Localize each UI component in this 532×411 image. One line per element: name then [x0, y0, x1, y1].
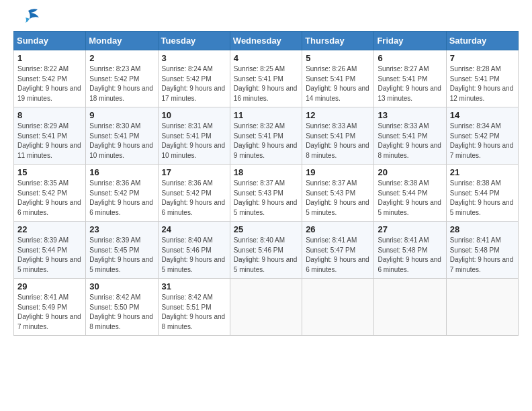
sunset-label: Sunset: 5:43 PM: [306, 189, 355, 197]
sunrise-label: Sunrise: 8:32 AM: [234, 122, 285, 130]
calendar-header-row: Sunday Monday Tuesday Wednesday Thursday…: [14, 32, 519, 50]
sunrise-label: Sunrise: 8:33 AM: [378, 122, 429, 130]
sunrise-label: Sunrise: 8:37 AM: [234, 179, 285, 187]
sunrise-label: Sunrise: 8:22 AM: [17, 65, 69, 73]
day-number: 9: [89, 110, 154, 120]
day-info: Sunrise: 8:41 AM Sunset: 5:48 PM Dayligh…: [378, 236, 442, 275]
sunset-label: Sunset: 5:42 PM: [17, 75, 67, 83]
sunrise-label: Sunrise: 8:30 AM: [89, 122, 140, 130]
day-number: 23: [89, 224, 154, 234]
day-number: 6: [378, 53, 442, 63]
sunrise-label: Sunrise: 8:41 AM: [450, 236, 501, 244]
calendar-day-cell: 27 Sunrise: 8:41 AM Sunset: 5:48 PM Dayl…: [374, 222, 446, 279]
daylight-label: Daylight: 9 hours and 6 minutes.: [306, 256, 369, 273]
sunset-label: Sunset: 5:42 PM: [450, 132, 500, 140]
sunset-label: Sunset: 5:49 PM: [17, 304, 67, 311]
daylight-label: Daylight: 9 hours and 10 minutes.: [162, 142, 226, 159]
day-info: Sunrise: 8:40 AM Sunset: 5:46 PM Dayligh…: [234, 236, 298, 275]
calendar-day-cell: 4 Sunrise: 8:25 AM Sunset: 5:41 PM Dayli…: [230, 50, 302, 107]
sunrise-label: Sunrise: 8:40 AM: [162, 236, 213, 244]
col-monday: Monday: [86, 32, 158, 50]
daylight-label: Daylight: 9 hours and 6 minutes.: [17, 199, 81, 216]
sunrise-label: Sunrise: 8:41 AM: [17, 293, 69, 301]
day-info: Sunrise: 8:37 AM Sunset: 5:43 PM Dayligh…: [306, 179, 370, 218]
day-number: 18: [234, 167, 298, 177]
sunset-label: Sunset: 5:51 PM: [162, 304, 212, 311]
day-info: Sunrise: 8:36 AM Sunset: 5:42 PM Dayligh…: [162, 179, 226, 218]
sunrise-label: Sunrise: 8:42 AM: [162, 293, 213, 301]
day-info: Sunrise: 8:26 AM Sunset: 5:41 PM Dayligh…: [306, 64, 370, 103]
calendar-day-cell: 11 Sunrise: 8:32 AM Sunset: 5:41 PM Dayl…: [230, 107, 302, 165]
col-thursday: Thursday: [302, 32, 374, 50]
sunset-label: Sunset: 5:42 PM: [162, 75, 212, 83]
sunrise-label: Sunrise: 8:26 AM: [306, 65, 357, 73]
col-friday: Friday: [374, 32, 446, 50]
day-info: Sunrise: 8:33 AM Sunset: 5:41 PM Dayligh…: [378, 122, 442, 161]
sunset-label: Sunset: 5:42 PM: [89, 75, 139, 83]
sunset-label: Sunset: 5:44 PM: [378, 189, 427, 197]
daylight-label: Daylight: 9 hours and 16 minutes.: [234, 85, 298, 102]
sunrise-label: Sunrise: 8:36 AM: [162, 179, 213, 187]
calendar-table: Sunday Monday Tuesday Wednesday Thursday…: [13, 31, 519, 336]
sunset-label: Sunset: 5:41 PM: [17, 132, 67, 140]
daylight-label: Daylight: 9 hours and 10 minutes.: [89, 142, 153, 159]
sunset-label: Sunset: 5:48 PM: [378, 246, 427, 254]
day-number: 21: [450, 167, 515, 177]
calendar-empty-cell: [446, 279, 518, 336]
day-info: Sunrise: 8:41 AM Sunset: 5:48 PM Dayligh…: [450, 236, 515, 275]
calendar-day-cell: 26 Sunrise: 8:41 AM Sunset: 5:47 PM Dayl…: [302, 222, 374, 279]
sunrise-label: Sunrise: 8:41 AM: [378, 236, 429, 244]
day-number: 19: [306, 167, 370, 177]
calendar-day-cell: 31 Sunrise: 8:42 AM Sunset: 5:51 PM Dayl…: [158, 279, 230, 336]
calendar-day-cell: 14 Sunrise: 8:34 AM Sunset: 5:42 PM Dayl…: [446, 107, 518, 165]
day-number: 16: [89, 167, 154, 177]
calendar-day-cell: 29 Sunrise: 8:41 AM Sunset: 5:49 PM Dayl…: [14, 279, 86, 336]
day-number: 1: [17, 53, 82, 63]
day-number: 13: [378, 110, 442, 120]
day-number: 20: [378, 167, 442, 177]
day-number: 11: [234, 110, 298, 120]
calendar-day-cell: 12 Sunrise: 8:33 AM Sunset: 5:41 PM Dayl…: [302, 107, 374, 165]
daylight-label: Daylight: 9 hours and 13 minutes.: [378, 85, 441, 102]
sunset-label: Sunset: 5:41 PM: [89, 132, 139, 140]
calendar-day-cell: 25 Sunrise: 8:40 AM Sunset: 5:46 PM Dayl…: [230, 222, 302, 279]
day-number: 30: [89, 281, 154, 291]
sunset-label: Sunset: 5:43 PM: [234, 189, 283, 197]
day-info: Sunrise: 8:30 AM Sunset: 5:41 PM Dayligh…: [89, 122, 154, 161]
day-info: Sunrise: 8:41 AM Sunset: 5:49 PM Dayligh…: [17, 293, 82, 332]
day-info: Sunrise: 8:36 AM Sunset: 5:42 PM Dayligh…: [89, 179, 154, 218]
sunrise-label: Sunrise: 8:28 AM: [450, 65, 501, 73]
day-info: Sunrise: 8:35 AM Sunset: 5:42 PM Dayligh…: [17, 179, 82, 218]
day-number: 15: [17, 167, 82, 177]
sunset-label: Sunset: 5:47 PM: [306, 246, 355, 254]
sunset-label: Sunset: 5:44 PM: [450, 189, 500, 197]
calendar-day-cell: 13 Sunrise: 8:33 AM Sunset: 5:41 PM Dayl…: [374, 107, 446, 165]
daylight-label: Daylight: 9 hours and 9 minutes.: [234, 142, 298, 159]
day-info: Sunrise: 8:33 AM Sunset: 5:41 PM Dayligh…: [306, 122, 370, 161]
sunrise-label: Sunrise: 8:27 AM: [378, 65, 429, 73]
day-info: Sunrise: 8:23 AM Sunset: 5:42 PM Dayligh…: [89, 64, 154, 103]
calendar-day-cell: 30 Sunrise: 8:42 AM Sunset: 5:50 PM Dayl…: [86, 279, 158, 336]
col-wednesday: Wednesday: [230, 32, 302, 50]
calendar-day-cell: 17 Sunrise: 8:36 AM Sunset: 5:42 PM Dayl…: [158, 165, 230, 222]
calendar-empty-cell: [302, 279, 374, 336]
daylight-label: Daylight: 9 hours and 5 minutes.: [234, 256, 298, 273]
day-info: Sunrise: 8:28 AM Sunset: 5:41 PM Dayligh…: [450, 64, 515, 103]
daylight-label: Daylight: 9 hours and 5 minutes.: [234, 199, 298, 216]
calendar-day-cell: 24 Sunrise: 8:40 AM Sunset: 5:46 PM Dayl…: [158, 222, 230, 279]
sunset-label: Sunset: 5:41 PM: [378, 75, 427, 83]
day-number: 28: [450, 224, 515, 234]
logo: [13, 11, 40, 27]
sunrise-label: Sunrise: 8:39 AM: [89, 236, 140, 244]
sunset-label: Sunset: 5:42 PM: [162, 189, 212, 197]
col-tuesday: Tuesday: [158, 32, 230, 50]
sunset-label: Sunset: 5:44 PM: [17, 246, 67, 254]
calendar-week-row: 15 Sunrise: 8:35 AM Sunset: 5:42 PM Dayl…: [14, 165, 519, 222]
daylight-label: Daylight: 9 hours and 7 minutes.: [450, 142, 514, 159]
header: [13, 11, 519, 27]
calendar-day-cell: 23 Sunrise: 8:39 AM Sunset: 5:45 PM Dayl…: [86, 222, 158, 279]
sunrise-label: Sunrise: 8:41 AM: [306, 236, 357, 244]
calendar-day-cell: 10 Sunrise: 8:31 AM Sunset: 5:41 PM Dayl…: [158, 107, 230, 165]
sunrise-label: Sunrise: 8:34 AM: [450, 122, 501, 130]
day-info: Sunrise: 8:37 AM Sunset: 5:43 PM Dayligh…: [234, 179, 298, 218]
